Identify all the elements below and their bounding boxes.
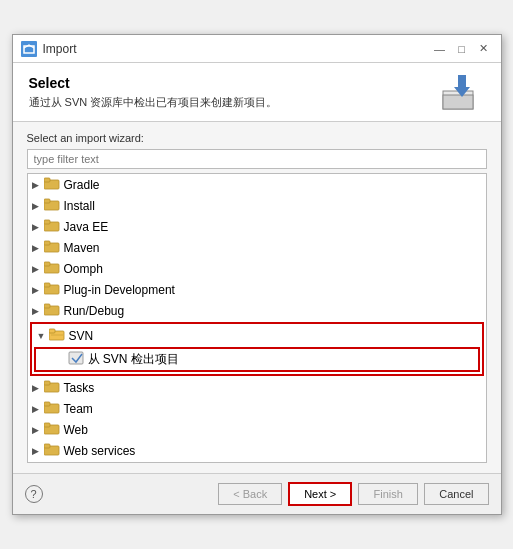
folder-icon [44, 218, 60, 235]
maximize-button[interactable]: □ [453, 40, 471, 58]
chevron-icon: ▶ [32, 180, 44, 190]
tree-item-team[interactable]: ▶ Team [28, 398, 486, 419]
tree-item-label: Plug-in Development [64, 283, 175, 297]
filter-input[interactable] [27, 149, 487, 169]
chevron-icon: ▶ [32, 243, 44, 253]
svg-rect-26 [44, 423, 50, 427]
svn-section-highlight: ▼ SVN ▶ [30, 322, 484, 376]
svg-rect-28 [44, 444, 50, 448]
svg-rect-17 [44, 304, 50, 308]
back-button[interactable]: < Back [218, 483, 282, 505]
tree-item-webservices[interactable]: ▶ Web services [28, 440, 486, 461]
tree-item-gradle[interactable]: ▶ Gradle [28, 174, 486, 195]
tree-item-label: Java EE [64, 220, 109, 234]
footer-left: ? [25, 485, 43, 503]
no-chevron: ▶ [56, 355, 68, 365]
tree-item-svn-checkout-label: 从 SVN 检出项目 [88, 351, 179, 368]
svn-child-highlight: ▶ 从 SVN 检出项目 [34, 347, 480, 372]
folder-open-icon [49, 327, 65, 344]
chevron-expanded-icon: ▼ [37, 331, 49, 341]
svg-rect-15 [44, 283, 50, 287]
folder-icon [44, 176, 60, 193]
folder-icon [44, 442, 60, 459]
chevron-icon: ▶ [32, 306, 44, 316]
chevron-icon: ▶ [32, 446, 44, 456]
svg-rect-2 [443, 95, 473, 109]
dialog-footer: ? < Back Next > Finish Cancel [13, 473, 501, 514]
folder-icon [44, 400, 60, 417]
tree-item-label: Tasks [64, 381, 95, 395]
tree-item-label: Oomph [64, 262, 103, 276]
chevron-icon: ▶ [32, 222, 44, 232]
cancel-button[interactable]: Cancel [424, 483, 488, 505]
tree-item-rundebug[interactable]: ▶ Run/Debug [28, 300, 486, 321]
folder-icon [44, 239, 60, 256]
tree-item-svn[interactable]: ▼ SVN [33, 325, 481, 346]
tree-item-oomph[interactable]: ▶ Oomph [28, 258, 486, 279]
import-icon [439, 73, 485, 111]
minimize-button[interactable]: — [431, 40, 449, 58]
tree-container[interactable]: ▶ Gradle ▶ Install ▶ Java EE [27, 173, 487, 463]
svg-rect-9 [44, 220, 50, 224]
tree-item-maven[interactable]: ▶ Maven [28, 237, 486, 258]
folder-icon [44, 197, 60, 214]
footer-buttons: < Back Next > Finish Cancel [218, 482, 488, 506]
tree-item-javaee[interactable]: ▶ Java EE [28, 216, 486, 237]
svg-rect-7 [44, 199, 50, 203]
chevron-icon: ▶ [32, 383, 44, 393]
folder-icon [44, 260, 60, 277]
svg-rect-24 [44, 402, 50, 406]
import-dialog: Import — □ ✕ Select 通过从 SVN 资源库中检出已有项目来创… [12, 34, 502, 515]
dialog-title: Select [29, 75, 278, 91]
svg-rect-19 [49, 329, 55, 333]
tree-item-svn-checkout[interactable]: ▶ 从 SVN 检出项目 [52, 349, 478, 370]
tree-item-svn-label: SVN [69, 329, 94, 343]
next-button[interactable]: Next > [288, 482, 352, 506]
folder-icon [44, 281, 60, 298]
finish-button[interactable]: Finish [358, 483, 418, 505]
section-label: Select an import wizard: [27, 132, 487, 144]
chevron-icon: ▶ [32, 264, 44, 274]
tree-item-plugin-dev[interactable]: ▶ Plug-in Development [28, 279, 486, 300]
svn-checkout-icon [68, 351, 84, 368]
header-left: Select 通过从 SVN 资源库中检出已有项目来创建新项目。 [29, 75, 278, 110]
close-button[interactable]: ✕ [475, 40, 493, 58]
chevron-icon: ▶ [32, 404, 44, 414]
window-title: Import [43, 42, 77, 56]
svg-rect-11 [44, 241, 50, 245]
tree-item-label: Run/Debug [64, 304, 125, 318]
svg-rect-5 [44, 178, 50, 182]
folder-icon [44, 421, 60, 438]
tree-item-label: Team [64, 402, 93, 416]
tree-item-label: Maven [64, 241, 100, 255]
tree-item-web[interactable]: ▶ Web [28, 419, 486, 440]
window-controls: — □ ✕ [431, 40, 493, 58]
chevron-icon: ▶ [32, 285, 44, 295]
titlebar-left: Import [21, 41, 77, 57]
wizard-content: Select an import wizard: ▶ Gradle ▶ Inst… [13, 122, 501, 473]
tree-item-label: Web services [64, 444, 136, 458]
tree-item-tasks[interactable]: ▶ Tasks [28, 377, 486, 398]
svg-rect-22 [44, 381, 50, 385]
dialog-header: Select 通过从 SVN 资源库中检出已有项目来创建新项目。 [13, 63, 501, 122]
tree-item-label: Gradle [64, 178, 100, 192]
tree-item-label: Install [64, 199, 95, 213]
titlebar: Import — □ ✕ [13, 35, 501, 63]
chevron-icon: ▶ [32, 425, 44, 435]
folder-icon [44, 302, 60, 319]
dialog-subtitle: 通过从 SVN 资源库中检出已有项目来创建新项目。 [29, 95, 278, 110]
help-button[interactable]: ? [25, 485, 43, 503]
window-icon [21, 41, 37, 57]
chevron-icon: ▶ [32, 201, 44, 211]
tree-item-install[interactable]: ▶ Install [28, 195, 486, 216]
tree-item-label: Web [64, 423, 88, 437]
folder-icon [44, 379, 60, 396]
svg-rect-13 [44, 262, 50, 266]
